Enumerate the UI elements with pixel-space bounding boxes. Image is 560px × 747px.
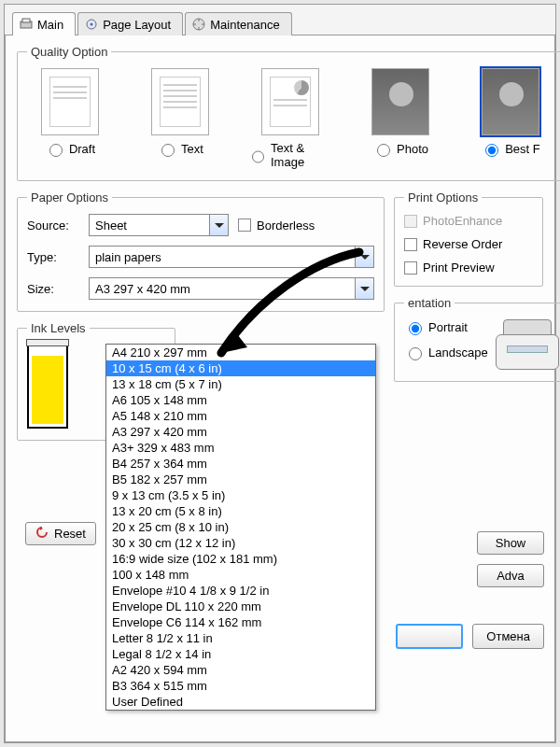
- quality-thumb-best: [482, 68, 539, 135]
- show-button[interactable]: Show: [477, 531, 544, 555]
- tab-strip: Main Page Layout Maintenance: [5, 5, 555, 35]
- reverse-order-checkbox[interactable]: Reverse Order: [404, 237, 533, 251]
- print-preview-checkbox[interactable]: Print Preview: [404, 261, 533, 275]
- quality-item-text[interactable]: Text: [137, 68, 223, 169]
- type-value: plain papers: [95, 250, 161, 264]
- quality-radio-draft[interactable]: [49, 144, 63, 157]
- paper-legend: Paper Options: [27, 190, 112, 204]
- paper-options-group: Paper Options Source: Sheet Borderless: [17, 190, 385, 312]
- checkbox-icon: [404, 238, 417, 251]
- size-dropdown-list[interactable]: A4 210 x 297 mm10 x 15 cm (4 x 6 in)13 x…: [105, 344, 376, 711]
- source-value: Sheet: [95, 218, 127, 233]
- size-option[interactable]: User Defined: [106, 694, 375, 710]
- size-label: Size:: [27, 282, 79, 296]
- checkbox-icon: [238, 218, 251, 232]
- printer-icon: [496, 319, 559, 370]
- tab-main[interactable]: Main: [12, 12, 76, 35]
- size-option[interactable]: 10 x 15 cm (4 x 6 in): [106, 360, 375, 376]
- size-option[interactable]: 16:9 wide size (102 x 181 mm): [106, 551, 375, 567]
- orientation-legend: entation: [404, 296, 455, 310]
- size-value: A3 297 x 420 mm: [95, 282, 190, 296]
- size-option[interactable]: Envelope DL 110 x 220 mm: [106, 599, 375, 614]
- tab-page-layout[interactable]: Page Layout: [77, 12, 183, 35]
- ok-button[interactable]: [396, 624, 463, 649]
- landscape-radio-row[interactable]: Landscape: [404, 345, 488, 360]
- tab-label: Main: [37, 18, 63, 32]
- size-option[interactable]: A4 210 x 297 mm: [106, 345, 375, 360]
- orientation-group: entation Portrait Landscape: [394, 296, 560, 382]
- reset-button[interactable]: Reset: [25, 522, 96, 545]
- quality-thumb-text-image: [261, 68, 319, 135]
- landscape-label: Landscape: [428, 345, 488, 359]
- quality-item-photo[interactable]: Photo: [357, 68, 443, 169]
- size-combo[interactable]: A3 297 x 420 mm: [89, 277, 374, 300]
- size-option[interactable]: 13 x 18 cm (5 x 7 in): [106, 376, 375, 392]
- advanced-button[interactable]: Adva: [477, 564, 544, 587]
- checkbox-icon: [404, 261, 417, 275]
- ink-legend: Ink Levels: [27, 321, 90, 335]
- cancel-button[interactable]: Отмена: [472, 624, 544, 649]
- svg-rect-1: [22, 19, 30, 22]
- quality-item-text-image[interactable]: Text & Image: [247, 68, 333, 169]
- quality-label: Text & Image: [271, 141, 333, 169]
- quality-label: Photo: [397, 142, 428, 156]
- print-options-group: Print Options PhotoEnhance Reverse Order: [394, 190, 543, 287]
- layout-tab-icon: [84, 17, 99, 32]
- size-option[interactable]: 20 x 25 cm (8 x 10 in): [106, 519, 375, 535]
- size-option[interactable]: A5 148 x 210 mm: [106, 408, 375, 424]
- chevron-down-icon[interactable]: [355, 247, 373, 267]
- printer-preferences-window: Main Page Layout Maintenance Quality Opt…: [4, 4, 556, 743]
- print-options-legend: Print Options: [404, 190, 482, 204]
- reset-icon: [35, 526, 49, 542]
- dialog-button-row: Отмена: [396, 624, 544, 649]
- photoenhance-checkbox: PhotoEnhance: [404, 214, 533, 228]
- quality-radio-text[interactable]: [161, 144, 175, 157]
- checkbox-icon: [404, 215, 417, 228]
- size-option[interactable]: Letter 8 1/2 x 11 in: [106, 630, 375, 646]
- portrait-radio-row[interactable]: Portrait: [404, 319, 488, 335]
- size-option[interactable]: 9 x 13 cm (3.5 x 5 in): [106, 487, 375, 503]
- maintenance-tab-icon: [191, 17, 206, 32]
- quality-item-draft[interactable]: Draft: [27, 68, 113, 169]
- chevron-down-icon[interactable]: [209, 215, 228, 235]
- size-option[interactable]: 13 x 20 cm (5 x 8 in): [106, 503, 375, 519]
- size-option[interactable]: 100 x 148 mm: [106, 567, 375, 583]
- portrait-label: Portrait: [428, 320, 468, 334]
- borderless-checkbox[interactable]: Borderless: [238, 218, 315, 233]
- size-option[interactable]: Envelope C6 114 x 162 mm: [106, 614, 375, 630]
- size-option[interactable]: B5 182 x 257 mm: [106, 472, 375, 487]
- svg-point-3: [91, 23, 93, 26]
- size-option[interactable]: A3+ 329 x 483 mm: [106, 440, 375, 456]
- size-option[interactable]: B3 364 x 515 mm: [106, 678, 375, 694]
- photoenhance-label: PhotoEnhance: [423, 214, 502, 228]
- quality-radio-photo[interactable]: [377, 144, 390, 157]
- quality-thumb-draft: [41, 68, 99, 135]
- size-option[interactable]: Legal 8 1/2 x 14 in: [106, 646, 375, 662]
- size-option[interactable]: A6 105 x 148 mm: [106, 392, 375, 408]
- chevron-down-icon[interactable]: [355, 278, 373, 299]
- reset-label: Reset: [54, 527, 86, 541]
- quality-thumb-text: [151, 68, 209, 135]
- size-option[interactable]: Envelope #10 4 1/8 x 9 1/2 in: [106, 583, 375, 599]
- type-combo[interactable]: plain papers: [89, 246, 374, 268]
- size-option[interactable]: A2 420 x 594 mm: [106, 662, 375, 678]
- portrait-radio[interactable]: [409, 322, 422, 335]
- reverse-label: Reverse Order: [423, 237, 502, 251]
- quality-legend: Quality Option: [27, 45, 111, 59]
- preview-label: Print Preview: [423, 261, 495, 275]
- quality-radio-best[interactable]: [485, 144, 498, 157]
- printer-tab-icon: [19, 17, 34, 32]
- quality-thumb-photo: [371, 68, 429, 135]
- quality-item-best[interactable]: Best F: [468, 68, 553, 169]
- tab-maintenance[interactable]: Maintenance: [185, 12, 291, 35]
- quality-radio-text-image[interactable]: [252, 150, 264, 163]
- borderless-label: Borderless: [257, 218, 315, 233]
- quality-label: Best F: [505, 142, 540, 156]
- size-option[interactable]: B4 257 x 364 mm: [106, 456, 375, 472]
- size-option[interactable]: 30 x 30 cm (12 x 12 in): [106, 535, 375, 551]
- right-button-column: Show Adva: [477, 531, 544, 587]
- source-combo[interactable]: Sheet: [89, 214, 229, 236]
- landscape-radio[interactable]: [409, 347, 422, 360]
- size-option[interactable]: A3 297 x 420 mm: [106, 424, 375, 440]
- tab-label: Maintenance: [210, 18, 279, 32]
